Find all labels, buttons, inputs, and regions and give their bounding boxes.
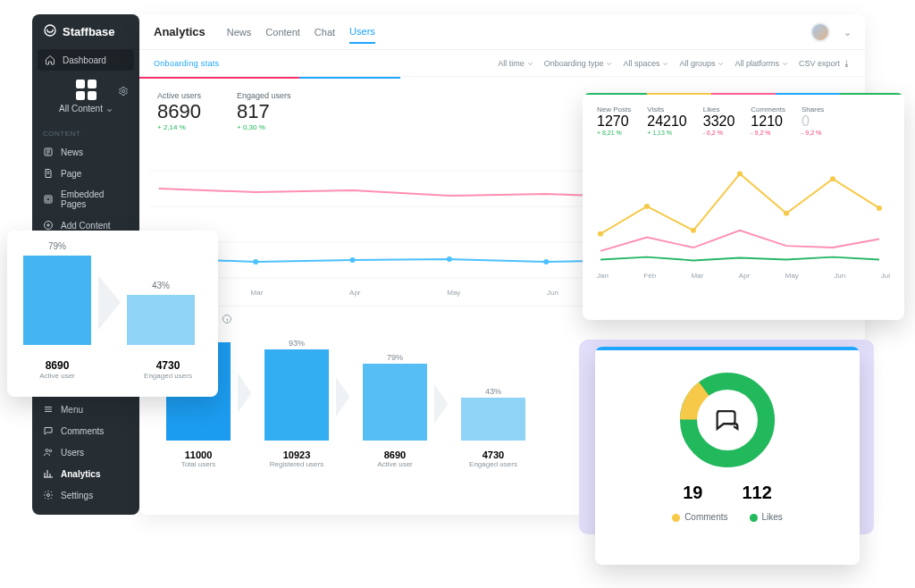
- sidebar-analytics[interactable]: Analytics: [32, 463, 139, 484]
- tab-news[interactable]: News: [227, 27, 252, 43]
- topbar: Analytics News Content Chat Users: [139, 14, 865, 50]
- svg-rect-3: [45, 196, 52, 203]
- embedded-icon: [43, 194, 54, 205]
- svg-marker-22: [238, 374, 251, 413]
- donut-chart: [677, 370, 777, 470]
- chevron-down-icon: [606, 60, 612, 66]
- brand-name: Staffbase: [63, 25, 115, 38]
- svg-point-16: [447, 256, 452, 262]
- settings-icon: [43, 490, 54, 500]
- sidebar-dashboard[interactable]: Dashboard: [38, 49, 134, 71]
- tab-content[interactable]: Content: [265, 27, 300, 43]
- filter-onboarding-type[interactable]: Onboarding type: [544, 59, 613, 68]
- stat-likes: Likes3320- 6,2 %: [703, 105, 735, 136]
- sidebar-item-embedded[interactable]: Embedded Pages: [32, 184, 139, 214]
- svg-point-32: [877, 206, 882, 211]
- svg-point-26: [598, 231, 603, 237]
- stat-new-posts: New Posts1270+ 8,21 %: [597, 105, 631, 136]
- engagement-line-chart: [583, 136, 904, 270]
- donut-values: 19112: [683, 483, 772, 503]
- stat-comments: Comments1210- 9,2 %: [751, 105, 785, 136]
- chart-icon: [43, 468, 54, 479]
- page-title: Analytics: [154, 25, 206, 38]
- home-icon: [45, 55, 55, 65]
- user-avatar[interactable]: [810, 22, 830, 42]
- csv-export[interactable]: CSV export ⭳: [799, 59, 851, 68]
- floating-funnel-card: 79% 43% 8690Active user 4730Engaged user…: [7, 231, 218, 397]
- svg-point-31: [830, 176, 835, 181]
- funnel-col-engaged: 43%: [458, 398, 529, 441]
- sidebar-item-page[interactable]: Page: [32, 163, 139, 184]
- svg-point-8: [47, 494, 50, 497]
- avatar-chevron-icon[interactable]: [844, 29, 851, 35]
- section-label: Onboarding stats: [154, 59, 219, 68]
- legend-dot-likes: [750, 514, 758, 522]
- chevron-down-icon: [782, 60, 788, 66]
- sidebar-all-content[interactable]: All Content: [32, 104, 139, 113]
- sidebar-settings[interactable]: Settings: [32, 484, 139, 506]
- donut-legend: Comments Likes: [672, 512, 783, 522]
- svg-point-27: [644, 204, 650, 209]
- tab-users[interactable]: Users: [349, 26, 375, 44]
- stat-active-users: Active users 8690 + 2,14 %: [157, 91, 201, 131]
- svg-marker-24: [434, 384, 448, 424]
- news-icon: [43, 147, 54, 157]
- plus-circle-icon: [43, 220, 54, 231]
- chevron-down-icon: [718, 60, 724, 66]
- sidebar-menu[interactable]: Menu: [32, 399, 139, 420]
- small-funnel-pct-a: 79%: [23, 241, 91, 251]
- engagement-accent-bar: [583, 93, 904, 95]
- menu-icon: [43, 404, 54, 415]
- engagement-stats: New Posts1270+ 8,21 % Visits24210+ 1,13 …: [583, 95, 904, 136]
- svg-point-6: [46, 449, 48, 452]
- gear-icon[interactable]: [118, 86, 129, 97]
- chevron-down-icon: [662, 60, 668, 66]
- stat-visits: Visits24210+ 1,13 %: [647, 105, 687, 136]
- sidebar-section-content: CONTENT: [32, 122, 139, 141]
- svg-marker-23: [336, 377, 349, 416]
- funnel-col-active: 79%: [359, 364, 431, 441]
- comment-icon: [43, 425, 54, 436]
- brand: Staffbase: [32, 23, 139, 49]
- sidebar-item-news[interactable]: News: [32, 141, 139, 163]
- sidebar-users[interactable]: Users: [32, 441, 139, 463]
- svg-point-17: [543, 259, 549, 265]
- svg-point-29: [737, 172, 743, 177]
- svg-point-0: [45, 25, 55, 36]
- filter-all-time[interactable]: All time: [498, 59, 533, 68]
- chevron-down-icon: [527, 60, 533, 66]
- info-icon[interactable]: [222, 312, 232, 328]
- stat-engaged-users: Engaged users 817 + 0,30 %: [237, 91, 291, 131]
- svg-point-30: [784, 211, 789, 216]
- filter-all-spaces[interactable]: All spaces: [623, 59, 668, 68]
- svg-point-28: [691, 228, 696, 233]
- brand-icon: [43, 23, 57, 40]
- svg-rect-4: [46, 197, 50, 201]
- floating-donut-card: 19112 Comments Likes: [595, 347, 860, 565]
- donut-accent-bar: [595, 347, 860, 350]
- svg-point-14: [253, 259, 258, 265]
- sidebar-comments[interactable]: Comments: [32, 420, 139, 441]
- chat-bubble-icon: [697, 390, 758, 450]
- svg-point-7: [49, 449, 52, 452]
- page-icon: [43, 168, 54, 179]
- small-funnel-pct-b: 43%: [127, 281, 195, 290]
- stat-shares: Shares0- 9,2 %: [802, 105, 824, 136]
- svg-marker-25: [98, 275, 121, 330]
- legend-dot-comments: [672, 514, 680, 522]
- svg-point-1: [122, 90, 125, 93]
- tab-chat[interactable]: Chat: [315, 27, 335, 43]
- arrow-icon: [98, 275, 129, 323]
- funnel-col-registered: 93%: [261, 349, 332, 441]
- apps-grid-icon[interactable]: [76, 80, 97, 100]
- svg-point-15: [350, 257, 356, 263]
- filter-bar: Onboarding stats All time Onboarding typ…: [139, 50, 865, 77]
- users-icon: [43, 447, 54, 458]
- chevron-down-icon: [106, 105, 113, 112]
- floating-engagement-card: New Posts1270+ 8,21 % Visits24210+ 1,13 …: [583, 93, 904, 320]
- sidebar-dashboard-label: Dashboard: [63, 55, 106, 65]
- filter-all-groups[interactable]: All groups: [679, 59, 724, 68]
- filter-all-platforms[interactable]: All platforms: [735, 59, 788, 68]
- download-icon: ⭳: [843, 59, 851, 68]
